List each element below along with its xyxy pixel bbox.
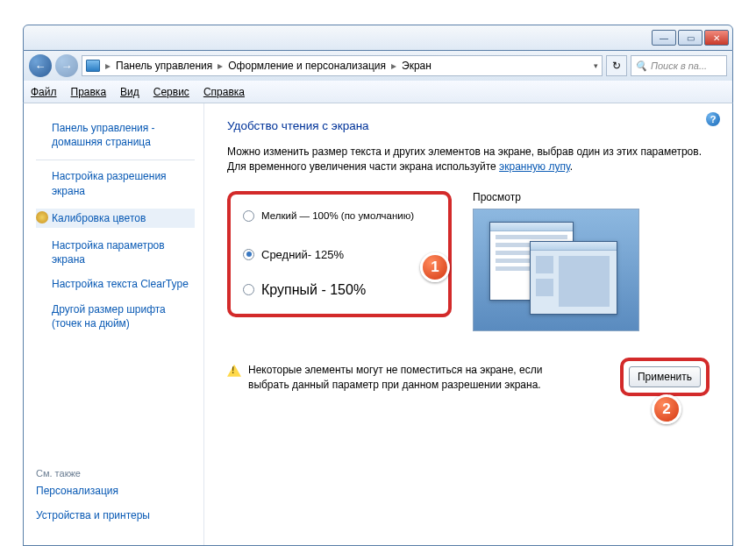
sidebar-home[interactable]: Панель управления - домашняя страница <box>52 121 195 149</box>
breadcrumb-item[interactable]: Экран <box>402 60 431 72</box>
page-title: Удобство чтения с экрана <box>227 119 710 132</box>
sidebar-bottom: См. также Персонализация Устройства и пр… <box>36 468 195 533</box>
sidebar-personalization[interactable]: Персонализация <box>36 484 195 498</box>
apply-button[interactable]: Применить <box>629 366 701 387</box>
radio-medium[interactable]: Средний- 125% <box>243 248 436 261</box>
preview-image <box>473 209 639 331</box>
search-input[interactable]: 🔍 Поиск в па... <box>631 55 727 76</box>
see-also-header: См. также <box>36 468 195 479</box>
radio-icon <box>243 284 254 295</box>
refresh-button[interactable]: ↻ <box>606 55 627 76</box>
menu-file[interactable]: Файл <box>31 86 57 98</box>
divider <box>36 160 195 160</box>
chevron-down-icon[interactable]: ▾ <box>594 61 598 70</box>
sidebar: Панель управления - домашняя страница На… <box>24 103 204 545</box>
radio-small[interactable]: Мелкий — 100% (по умолчанию) <box>243 210 436 222</box>
search-icon: 🔍 <box>635 60 647 72</box>
shield-icon <box>36 211 48 223</box>
close-button[interactable]: ✕ <box>704 30 729 46</box>
minimize-button[interactable]: — <box>652 30 676 46</box>
breadcrumb-sep: ▸ <box>105 60 111 72</box>
breadcrumb-item[interactable]: Оформление и персонализация <box>228 60 386 72</box>
back-button[interactable]: ← <box>29 54 52 77</box>
nav-toolbar: ← → ▸ Панель управления ▸ Оформление и п… <box>23 51 733 81</box>
preview-label: Просмотр <box>473 191 710 203</box>
breadcrumb-sep: ▸ <box>391 60 396 72</box>
menu-view[interactable]: Вид <box>120 86 139 98</box>
radio-large[interactable]: Крупный - 150% <box>243 282 436 298</box>
warning-row: Некоторые элементы могут не поместиться … <box>227 363 710 393</box>
sidebar-params[interactable]: Настройка параметров экрана <box>52 238 195 266</box>
apply-highlight: Применить 2 <box>620 358 710 396</box>
help-icon[interactable]: ? <box>706 112 720 126</box>
breadcrumb-sep: ▸ <box>218 60 223 72</box>
radio-icon <box>243 210 254 222</box>
content: ? Удобство чтения с экрана Можно изменит… <box>204 103 732 545</box>
preview-column: Просмотр <box>473 191 710 331</box>
maximize-button[interactable]: ▭ <box>678 30 703 46</box>
address-bar[interactable]: ▸ Панель управления ▸ Оформление и персо… <box>82 55 603 76</box>
sidebar-calibrate[interactable]: Калибровка цветов <box>36 209 195 228</box>
radio-icon <box>243 249 254 260</box>
warning-text: Некоторые элементы могут не поместиться … <box>248 363 546 393</box>
sidebar-devices[interactable]: Устройства и принтеры <box>36 508 195 522</box>
menu-edit[interactable]: Правка <box>71 86 107 98</box>
options-row: Мелкий — 100% (по умолчанию) Средний- 12… <box>227 191 710 331</box>
annotation-badge-1: 1 <box>420 252 450 282</box>
forward-button[interactable]: → <box>55 54 78 77</box>
sidebar-cleartype[interactable]: Настройка текста ClearType <box>52 277 195 291</box>
annotation-badge-2: 2 <box>652 394 681 424</box>
magnifier-link[interactable]: экранную лупу <box>499 160 570 173</box>
menu-help[interactable]: Справка <box>203 86 245 98</box>
warning-icon <box>227 365 241 377</box>
description: Можно изменить размер текста и других эл… <box>227 145 710 175</box>
sidebar-dpi[interactable]: Другой размер шрифта (точек на дюйм) <box>52 302 195 330</box>
preview-window-icon <box>530 241 617 315</box>
control-panel-icon <box>86 60 100 72</box>
menubar: Файл Правка Вид Сервис Справка <box>23 81 733 103</box>
size-radio-group: Мелкий — 100% (по умолчанию) Средний- 12… <box>227 191 452 317</box>
menu-service[interactable]: Сервис <box>153 86 189 98</box>
search-placeholder: Поиск в па... <box>651 60 707 71</box>
breadcrumb-item[interactable]: Панель управления <box>116 60 212 72</box>
sidebar-resolution[interactable]: Настройка разрешения экрана <box>52 169 195 197</box>
window-body: Панель управления - домашняя страница На… <box>23 103 733 546</box>
titlebar: — ▭ ✕ <box>23 25 733 51</box>
